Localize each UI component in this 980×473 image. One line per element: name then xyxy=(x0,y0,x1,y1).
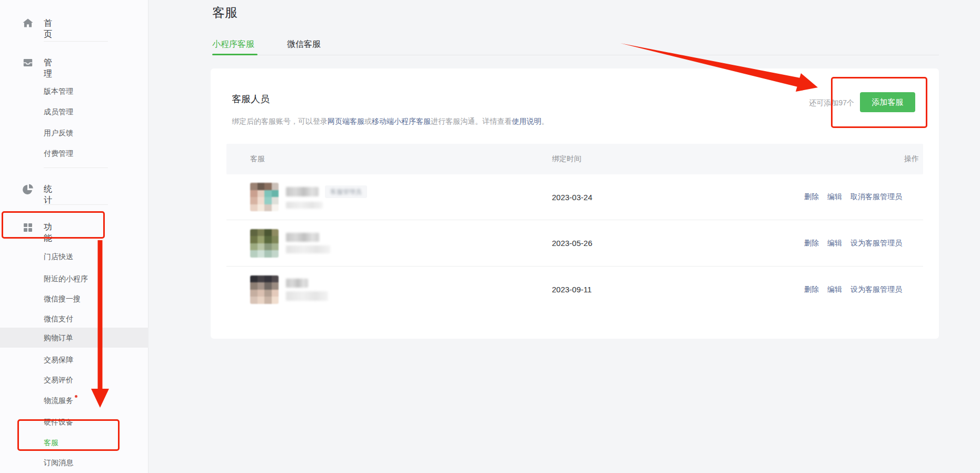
card-heading: 客服人员 xyxy=(232,93,270,105)
card-description: 绑定后的客服账号，可以登录网页端客服或移动端小程序客服进行客服沟通。详情查看使用… xyxy=(232,117,549,126)
cs-admin-badge: 客服管理员 xyxy=(325,185,367,198)
mobile-miniprogram-cs-link[interactable]: 移动端小程序客服 xyxy=(372,117,431,125)
red-dot-badge xyxy=(75,395,77,398)
set-cs-admin-link[interactable]: 设为客服管理员 xyxy=(850,239,902,248)
redacted-id xyxy=(286,245,330,253)
bind-date: 2023-03-24 xyxy=(552,193,765,202)
table-row: 客服管理员 2023-03-24 删除 编辑 取消客服管理员 xyxy=(226,174,923,220)
col-header-bind-time: 绑定时间 xyxy=(552,154,765,164)
avatar xyxy=(250,275,279,304)
edit-link[interactable]: 编辑 xyxy=(827,285,842,294)
page-title: 客服 xyxy=(212,4,237,21)
col-header-cs: 客服 xyxy=(226,154,552,164)
redacted-id xyxy=(286,202,323,209)
redacted-name xyxy=(286,233,319,242)
sidebar-item-subscribe-message[interactable]: 订阅消息 xyxy=(44,458,73,468)
quota-remaining-text: 还可添加97个 xyxy=(809,98,854,108)
redacted-name xyxy=(286,279,308,288)
usage-guide-link[interactable]: 使用说明 xyxy=(512,117,541,125)
set-cs-admin-link[interactable]: 设为客服管理员 xyxy=(850,285,902,294)
sidebar-divider xyxy=(44,41,108,42)
delete-link[interactable]: 删除 xyxy=(804,192,819,202)
sidebar-divider xyxy=(44,204,108,205)
tab-miniprogram-cs[interactable]: 小程序客服 xyxy=(212,39,254,50)
pie-icon xyxy=(22,183,34,195)
sidebar-item-store-delivery[interactable]: 门店快送 xyxy=(44,252,73,262)
bind-date: 2023-09-11 xyxy=(552,285,765,294)
sidebar-item-version-manage[interactable]: 版本管理 xyxy=(44,87,73,96)
home-icon xyxy=(22,17,34,29)
main-content: 客服 小程序客服 微信客服 客服人员 绑定后的客服账号，可以登录网页端客服或移动… xyxy=(149,0,980,473)
sidebar-item-nearby-miniprogram[interactable]: 附近的小程序 xyxy=(44,274,88,284)
sidebar-item-trade-review[interactable]: 交易评价 xyxy=(44,376,73,385)
sidebar-item-user-feedback[interactable]: 用户反馈 xyxy=(44,129,73,138)
edit-link[interactable]: 编辑 xyxy=(827,192,842,202)
grid-icon xyxy=(22,221,34,233)
app-window: 首页 管理 版本管理 成员管理 用户反馈 付费管理 统计 xyxy=(0,0,980,473)
inbox-icon xyxy=(22,57,34,68)
web-cs-link[interactable]: 网页端客服 xyxy=(328,117,364,125)
sidebar-item-hardware-device[interactable]: 硬件设备 xyxy=(44,418,73,427)
sidebar-divider xyxy=(44,167,108,168)
sidebar-item-pay-manage[interactable]: 付费管理 xyxy=(44,149,73,159)
tab-bar-border xyxy=(212,55,939,55)
avatar xyxy=(250,183,279,211)
sidebar-item-wechat-pay[interactable]: 微信支付 xyxy=(44,314,73,324)
edit-link[interactable]: 编辑 xyxy=(827,239,842,248)
delete-link[interactable]: 删除 xyxy=(804,239,819,248)
active-tab-underline xyxy=(212,54,258,55)
redacted-name xyxy=(286,187,319,196)
cs-table: 客服 绑定时间 操作 客服管理员 xyxy=(226,144,923,312)
sidebar-item-shopping-orders[interactable]: 购物订单 xyxy=(0,328,149,348)
table-header-row: 客服 绑定时间 操作 xyxy=(226,144,923,174)
table-row: 2023-09-11 删除 编辑 设为客服管理员 xyxy=(226,266,923,312)
add-cs-button[interactable]: 添加客服 xyxy=(860,92,915,112)
redacted-id xyxy=(286,291,328,301)
sidebar-item-member-manage[interactable]: 成员管理 xyxy=(44,107,73,117)
sidebar-item-customer-service[interactable]: 客服 xyxy=(44,438,58,448)
delete-link[interactable]: 删除 xyxy=(804,285,819,294)
cancel-cs-admin-link[interactable]: 取消客服管理员 xyxy=(850,192,902,202)
cs-staff-card: 客服人员 绑定后的客服账号，可以登录网页端客服或移动端小程序客服进行客服沟通。详… xyxy=(211,68,939,339)
sidebar-item-wechat-search[interactable]: 微信搜一搜 xyxy=(44,294,81,304)
bind-date: 2023-05-26 xyxy=(552,239,765,248)
col-header-actions: 操作 xyxy=(765,154,923,164)
sidebar: 首页 管理 版本管理 成员管理 用户反馈 付费管理 统计 xyxy=(0,0,149,473)
sidebar-item-logistics-service[interactable]: 物流服务 xyxy=(44,396,77,406)
sidebar-item-trade-guarantee[interactable]: 交易保障 xyxy=(44,356,73,365)
avatar xyxy=(250,229,279,258)
tab-wechat-cs[interactable]: 微信客服 xyxy=(287,39,321,50)
table-row: 2023-05-26 删除 编辑 设为客服管理员 xyxy=(226,220,923,266)
